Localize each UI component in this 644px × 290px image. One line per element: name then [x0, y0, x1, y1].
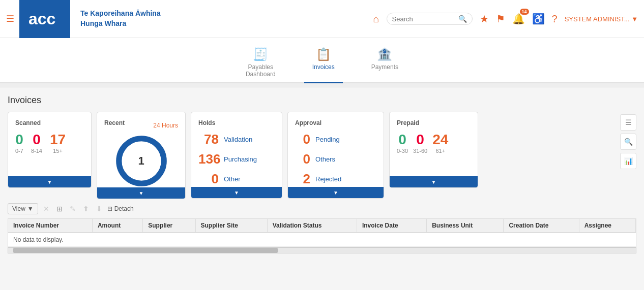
payables-icon: 🧾	[253, 47, 268, 61]
no-data-row: No data to display.	[8, 233, 636, 247]
approval-row-others: 0 Others	[295, 151, 376, 167]
invoices-table: Invoice Number Amount Supplier Supplier …	[8, 219, 636, 247]
favorites-icon[interactable]: ★	[480, 13, 489, 25]
no-data-cell: No data to display.	[8, 233, 636, 247]
invoices-icon: 📋	[316, 47, 331, 61]
tab-payables[interactable]: 🧾 PayablesDashboard	[238, 43, 284, 83]
tab-payments-label: Payments	[371, 63, 398, 71]
prepaid-val-61plus[interactable]: 24 61+	[432, 132, 448, 154]
col-validation-status[interactable]: Validation Status	[267, 219, 357, 233]
help-icon[interactable]: ?	[552, 13, 558, 25]
prepaid-val-31-60[interactable]: 0 31-60	[413, 132, 427, 154]
detach-icon: ⊟	[107, 205, 112, 212]
approval-link-pending[interactable]: Pending	[315, 136, 340, 143]
edit-button[interactable]: ✎	[68, 204, 78, 214]
holds-row-validation: 78 Validation	[198, 132, 275, 147]
col-creation-date[interactable]: Creation Date	[504, 219, 579, 233]
col-supplier[interactable]: Supplier	[143, 219, 195, 233]
prepaid-title: Prepaid	[397, 119, 471, 126]
approval-link-others[interactable]: Others	[315, 155, 335, 163]
holds-expand-arrow: ▼	[234, 190, 239, 196]
prepaid-num-31-60: 0	[413, 132, 427, 148]
view-dropdown-arrow: ▼	[27, 205, 34, 212]
search-box[interactable]: 🔍	[387, 13, 473, 25]
close-button[interactable]: ✕	[41, 204, 51, 214]
approval-link-rejected[interactable]: Rejected	[315, 175, 341, 183]
approval-rows: 0 Pending 0 Others 2 Rejected	[295, 132, 376, 187]
scanned-num-15plus: 17	[50, 132, 66, 148]
view-button[interactable]: View ▼	[8, 203, 38, 214]
payments-icon: 🏦	[377, 47, 392, 61]
recent-expand[interactable]: ▼	[97, 187, 185, 199]
col-business-unit[interactable]: Business Unit	[427, 219, 504, 233]
holds-num-purchasing: 136	[198, 151, 219, 167]
recent-hours[interactable]: 24 Hours	[153, 122, 178, 129]
col-assignee[interactable]: Assignee	[579, 219, 635, 233]
cards-row: Scanned 0 0-7 0 8-14 17 15+ ▼	[8, 112, 636, 199]
holds-expand[interactable]: ▼	[191, 187, 282, 198]
holds-link-other[interactable]: Other	[224, 175, 241, 183]
scanned-val-0-7[interactable]: 0 0-7	[15, 132, 23, 154]
scanned-label-15plus: 15+	[50, 148, 66, 154]
prepaid-label-61plus: 61+	[432, 148, 448, 154]
scanned-card: Scanned 0 0-7 0 8-14 17 15+ ▼	[8, 112, 92, 188]
prepaid-num-61plus: 24	[432, 132, 448, 148]
table-container: Invoice Number Amount Supplier Supplier …	[8, 218, 636, 247]
prepaid-values: 0 0-30 0 31-60 24 61+	[397, 132, 471, 154]
scanned-label-0-7: 0-7	[15, 148, 23, 154]
holds-title: Holds	[198, 119, 275, 126]
scanned-num-8-14: 0	[31, 132, 42, 148]
scanned-label-8-14: 8-14	[31, 148, 42, 154]
detach-button[interactable]: ⊟ Detach	[107, 205, 134, 212]
notification-badge: 14	[520, 9, 529, 15]
col-supplier-site[interactable]: Supplier Site	[195, 219, 267, 233]
recent-card: Recent 24 Hours 1 ▼	[97, 112, 186, 199]
tab-invoices-label: Invoices	[312, 63, 335, 71]
scanned-val-15plus[interactable]: 17 15+	[50, 132, 66, 154]
holds-rows: 78 Validation 136 Purchasing 0 Other	[198, 132, 275, 187]
flag-icon[interactable]: ⚑	[496, 13, 505, 25]
holds-link-purchasing[interactable]: Purchasing	[224, 155, 257, 163]
import-button[interactable]: ⬇	[94, 204, 104, 214]
prepaid-expand[interactable]: ▼	[390, 176, 478, 187]
tab-payments[interactable]: 🏦 Payments	[363, 43, 406, 83]
donut-chart: 1	[116, 136, 167, 186]
accessibility-icon[interactable]: ♿	[532, 13, 545, 25]
search-input[interactable]	[392, 15, 458, 23]
scanned-num-0-7: 0	[15, 132, 23, 148]
user-menu[interactable]: SYSTEM ADMINIST... ▼	[565, 15, 638, 23]
donut-label: 1	[138, 154, 144, 168]
notifications-icon[interactable]: 🔔 14	[512, 13, 525, 25]
holds-num-validation: 78	[198, 132, 219, 147]
scanned-val-8-14[interactable]: 0 8-14	[31, 132, 42, 154]
approval-card: Approval 0 Pending 0 Others 2 Rejected ▼	[287, 112, 384, 199]
prepaid-val-0-30[interactable]: 0 0-30	[397, 132, 408, 154]
approval-row-rejected: 2 Rejected	[295, 171, 376, 187]
hamburger-icon[interactable]: ☰	[6, 13, 14, 24]
prepaid-card: Prepaid 0 0-30 0 31-60 24 61+ ▼	[389, 112, 478, 188]
side-icons: ☰ 🔍 📊	[620, 112, 636, 169]
holds-link-validation[interactable]: Validation	[224, 136, 252, 143]
approval-expand[interactable]: ▼	[288, 187, 384, 198]
col-invoice-number[interactable]: Invoice Number	[8, 219, 92, 233]
home-icon[interactable]: ⌂	[373, 13, 379, 25]
scanned-values: 0 0-7 0 8-14 17 15+	[15, 132, 84, 154]
tab-invoices[interactable]: 📋 Invoices	[304, 43, 343, 83]
recent-expand-arrow: ▼	[139, 190, 144, 196]
scanned-expand[interactable]: ▼	[8, 176, 91, 187]
view-label: View	[12, 205, 25, 212]
col-amount[interactable]: Amount	[92, 219, 142, 233]
toolbar: View ▼ ✕ ⊞ ✎ ⬆ ⬇ ⊟ Detach	[0, 199, 644, 218]
side-list-icon[interactable]: ☰	[620, 114, 636, 131]
side-search-icon[interactable]: 🔍	[620, 134, 636, 150]
horizontal-scrollbar[interactable]	[8, 247, 636, 253]
holds-num-other: 0	[198, 171, 219, 187]
col-invoice-date[interactable]: Invoice Date	[357, 219, 426, 233]
approval-row-pending: 0 Pending	[295, 132, 376, 147]
holds-row-other: 0 Other	[198, 171, 275, 187]
detach-label: Detach	[114, 205, 134, 212]
export-button[interactable]: ⬆	[81, 204, 91, 214]
side-chart-icon[interactable]: 📊	[620, 153, 636, 169]
grid-button[interactable]: ⊞	[54, 204, 65, 214]
scrollbar-thumb[interactable]	[13, 248, 278, 253]
